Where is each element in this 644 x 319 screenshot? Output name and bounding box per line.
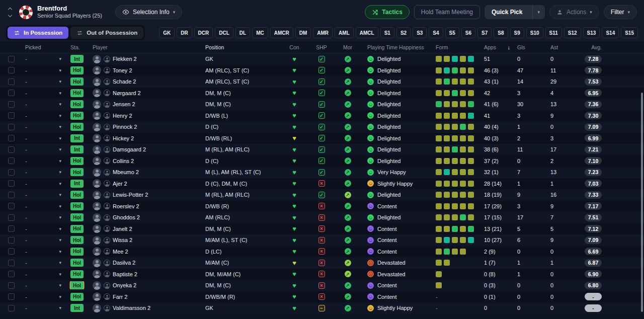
position-filter-s9[interactable]: S9 — [510, 27, 524, 38]
row-checkbox[interactable] — [8, 78, 15, 85]
position-filter-dcl[interactable]: DCL — [215, 27, 233, 38]
table-row[interactable]: - ▾ Int Ajer 2 D (C), DM, M (C) ♥ Slight… — [0, 178, 644, 190]
row-checkbox[interactable] — [8, 237, 15, 244]
row-checkbox[interactable] — [8, 124, 15, 130]
header-mor[interactable]: Mor — [335, 44, 360, 50]
player-name[interactable]: Roerslev 2 — [113, 203, 139, 209]
actions-button[interactable]: Actions ▾ — [549, 5, 599, 19]
player-name[interactable]: Damsgaard 2 — [113, 146, 146, 152]
picked-dropdown[interactable]: - ▾ — [22, 101, 68, 107]
row-checkbox[interactable] — [8, 169, 15, 176]
row-checkbox[interactable] — [8, 112, 15, 119]
player-name[interactable]: Valdimarsson 2 — [113, 305, 150, 311]
row-checkbox[interactable] — [8, 260, 15, 266]
table-row[interactable]: - ▾ Hol Lewis-Potter 2 M (RL), AM (RLC) … — [0, 189, 644, 201]
table-row[interactable]: - ▾ Int Damsgaard 2 M (RL), AM (RLC) ♥ D… — [0, 144, 644, 155]
picked-dropdown[interactable]: - ▾ — [22, 113, 68, 119]
player-name[interactable]: Lewis-Potter 2 — [113, 192, 148, 198]
position-filter-s10[interactable]: S10 — [526, 27, 543, 38]
position-filter-s12[interactable]: S12 — [564, 27, 581, 38]
picked-dropdown[interactable]: - ▾ — [22, 90, 68, 96]
player-name[interactable]: Henry 2 — [113, 113, 132, 119]
selection-info-button[interactable]: Selection Info ▾ — [115, 5, 182, 19]
position-filter-s11[interactable]: S11 — [545, 27, 562, 38]
picked-dropdown[interactable]: - ▾ — [22, 249, 68, 255]
picked-dropdown[interactable]: - ▾ — [22, 271, 68, 277]
player-name[interactable]: Nørgaard 2 — [113, 90, 141, 96]
picked-dropdown[interactable]: - ▾ — [22, 146, 68, 152]
table-row[interactable]: - ▾ Int Valdimarsson 2 GK ♥ Slightly Hap… — [0, 302, 644, 314]
header-happiness[interactable]: Playing Time Happiness — [360, 44, 434, 50]
row-checkbox[interactable] — [8, 157, 15, 164]
row-checkbox[interactable] — [8, 271, 15, 277]
row-checkbox[interactable] — [8, 214, 15, 221]
row-checkbox[interactable] — [8, 56, 15, 62]
picked-dropdown[interactable]: - ▾ — [22, 67, 68, 73]
picked-dropdown[interactable]: - ▾ — [22, 78, 68, 85]
picked-dropdown[interactable]: - ▾ — [22, 158, 68, 164]
row-checkbox[interactable] — [8, 225, 15, 232]
table-row[interactable]: - ▾ Hol Ghoddos 2 AM (RLC) ♥ Delighted 1… — [0, 212, 644, 223]
player-name[interactable]: Ghoddos 2 — [113, 214, 140, 220]
row-checkbox[interactable] — [8, 192, 15, 198]
picked-dropdown[interactable]: - ▾ — [22, 192, 68, 198]
player-name[interactable]: Pinnock 2 — [113, 124, 137, 130]
position-filter-dl[interactable]: DL — [235, 27, 250, 38]
quick-pick-dropdown-button[interactable]: ▾ — [532, 6, 544, 19]
position-filter-dcr[interactable]: DCR — [194, 27, 213, 38]
position-filter-amcl[interactable]: AMCL — [356, 27, 378, 38]
hold-team-meeting-button[interactable]: Hold Team Meeting — [414, 5, 480, 19]
table-row[interactable]: - ▾ Hol Baptiste 2 DM, M/AM (C) ♥ Devast… — [0, 269, 644, 280]
picked-dropdown[interactable]: - ▾ — [22, 237, 68, 243]
position-filter-dm[interactable]: DM — [295, 27, 311, 38]
position-filter-s4[interactable]: S4 — [429, 27, 443, 38]
nav-up-button[interactable] — [7, 7, 13, 11]
player-name[interactable]: Hickey 2 — [113, 135, 134, 141]
picked-dropdown[interactable]: - ▾ — [22, 294, 68, 300]
table-row[interactable]: - ▾ Hol Roerslev 2 D/WB (R) ♥ Content 17… — [0, 201, 644, 212]
position-filter-amr[interactable]: AMR — [313, 27, 333, 38]
table-row[interactable]: - ▾ Hol Schade 2 AM (RLC), ST (C) ♥ Deli… — [0, 76, 644, 88]
position-filter-s5[interactable]: S5 — [445, 27, 459, 38]
header-form[interactable]: Form — [434, 44, 482, 50]
table-row[interactable]: - ▾ Hol Dasilva 2 M/AM (C) ♥ Devastated … — [0, 257, 644, 269]
table-row[interactable]: - ▾ Hol Janelt 2 DM, M (C) ♥ Content 13 … — [0, 223, 644, 235]
header-avg[interactable]: Avg. — [580, 44, 602, 50]
player-name[interactable]: Janelt 2 — [113, 226, 132, 232]
position-filter-s2[interactable]: S2 — [396, 27, 411, 38]
header-sta[interactable]: Sta. — [68, 44, 91, 50]
position-filter-s15[interactable]: S15 — [621, 27, 638, 38]
picked-dropdown[interactable]: - ▾ — [22, 226, 68, 232]
player-name[interactable]: Ajer 2 — [113, 181, 127, 187]
player-name[interactable]: Mbeumo 2 — [113, 169, 139, 175]
player-name[interactable]: Onyeka 2 — [113, 282, 136, 288]
picked-dropdown[interactable]: - ▾ — [22, 135, 68, 141]
header-ast[interactable]: Ast — [548, 44, 580, 50]
table-row[interactable]: - ▾ Int Hickey 2 D/WB (RL) ♥ Delighted 4… — [0, 133, 644, 144]
header-apps[interactable]: Apps↓ — [482, 44, 515, 50]
position-filter-s1[interactable]: S1 — [380, 27, 394, 38]
player-name[interactable]: Collins 2 — [113, 158, 134, 164]
picked-dropdown[interactable]: - ▾ — [22, 56, 68, 62]
header-player[interactable]: Player — [91, 44, 205, 50]
header-con[interactable]: Con — [281, 44, 308, 50]
position-filter-dr[interactable]: DR — [177, 27, 192, 38]
picked-dropdown[interactable]: - ▾ — [22, 260, 68, 266]
table-row[interactable]: - ▾ Hol Jensen 2 DM, M (C) ♥ Delighted 4… — [0, 99, 644, 110]
position-filter-s7[interactable]: S7 — [477, 27, 492, 38]
table-row[interactable]: - ▾ Int Flekken 2 GK ♥ Delighted 51 0 0 … — [0, 53, 644, 65]
picked-dropdown[interactable]: - ▾ — [22, 181, 68, 187]
picked-dropdown[interactable]: - ▾ — [22, 203, 68, 209]
header-picked[interactable]: Picked — [22, 44, 68, 50]
position-filter-aml[interactable]: AML — [335, 27, 354, 38]
row-checkbox[interactable] — [8, 146, 15, 153]
position-filter-mc[interactable]: MC — [252, 27, 268, 38]
row-checkbox[interactable] — [8, 135, 15, 141]
table-row[interactable]: - ▾ Hol Toney 2 AM (RLC), ST (C) ♥ Delig… — [0, 65, 644, 76]
position-filter-s14[interactable]: S14 — [602, 27, 619, 38]
table-row[interactable]: - ▾ Hol Mbeumo 2 M (L), AM (RL), ST (C) … — [0, 167, 644, 178]
player-name[interactable]: Jensen 2 — [113, 101, 135, 107]
position-filter-s3[interactable]: S3 — [413, 27, 427, 38]
picked-dropdown[interactable]: - ▾ — [22, 169, 68, 175]
picked-dropdown[interactable]: - ▾ — [22, 305, 68, 311]
